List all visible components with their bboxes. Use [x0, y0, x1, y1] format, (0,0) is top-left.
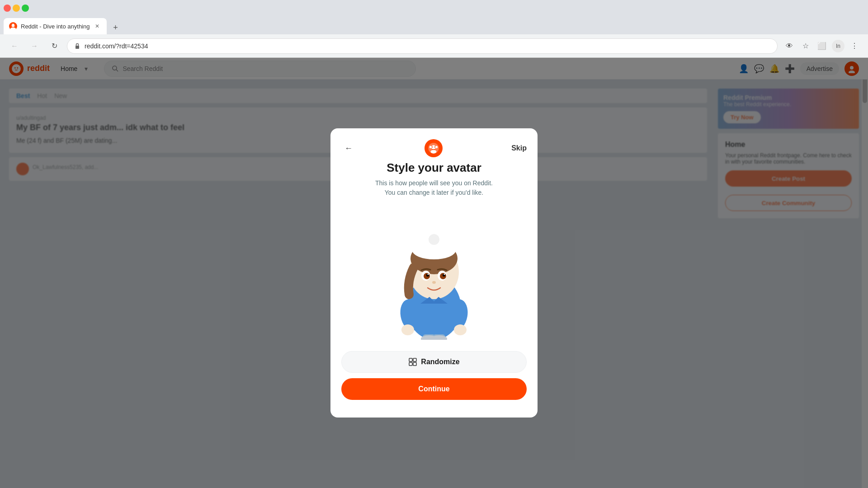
skip-button[interactable]: Skip	[511, 144, 527, 152]
svg-point-1	[11, 24, 14, 27]
randomize-button[interactable]: Randomize	[341, 351, 527, 373]
forward-button[interactable]: →	[27, 39, 42, 53]
avatar-preview	[366, 206, 502, 342]
svg-point-36	[444, 274, 445, 275]
avatar-svg	[371, 209, 497, 340]
tab-favicon	[9, 22, 17, 30]
reddit-page: reddit Home ▾ Search Reddit 👤 💬 🔔 ➕ Adve…	[0, 58, 868, 488]
bookmark-icon[interactable]: ☆	[799, 40, 812, 52]
title-bar	[0, 0, 868, 16]
address-right-icons: 👁 ☆ ⬜ In ⋮	[783, 40, 861, 52]
active-tab[interactable]: Reddit - Dive into anything ✕	[4, 18, 107, 34]
browser-frame: Reddit - Dive into anything ✕ + ← → ↻ re…	[0, 0, 868, 488]
svg-point-37	[432, 281, 436, 284]
back-button[interactable]: ←	[341, 141, 356, 155]
modal-overlay[interactable]: ← Skip	[0, 58, 868, 488]
new-tab-button[interactable]: +	[108, 21, 122, 34]
svg-rect-48	[409, 362, 412, 366]
url-bar[interactable]: reddit.com/?rdt=42534	[67, 38, 778, 54]
modal-subtitle: This is how people will see you on Reddi…	[375, 178, 493, 197]
modal-title: Style your avatar	[387, 161, 481, 175]
snoo-svg	[428, 142, 439, 154]
svg-rect-21	[433, 145, 434, 146]
svg-rect-49	[413, 362, 416, 366]
tab-bar: Reddit - Dive into anything ✕ +	[0, 16, 868, 34]
tab-title: Reddit - Dive into anything	[21, 23, 90, 30]
svg-point-4	[14, 24, 15, 25]
menu-icon[interactable]: ⋮	[848, 40, 861, 52]
svg-rect-47	[413, 358, 416, 361]
continue-button[interactable]: Continue	[341, 378, 527, 400]
back-button[interactable]: ←	[7, 39, 22, 53]
avatar-modal: ← Skip	[330, 128, 538, 418]
svg-point-35	[428, 274, 429, 275]
lock-icon	[74, 42, 81, 50]
url-text: reddit.com/?rdt=42534	[85, 42, 148, 50]
svg-point-28	[429, 234, 439, 245]
close-window-button[interactable]	[4, 5, 11, 12]
svg-point-18	[431, 150, 437, 154]
address-bar: ← → ↻ reddit.com/?rdt=42534 👁 ☆ ⬜ In ⋮	[0, 34, 868, 58]
randomize-icon	[408, 357, 417, 366]
svg-point-3	[11, 24, 12, 25]
minimize-window-button[interactable]	[13, 5, 20, 12]
modal-header: ← Skip	[341, 139, 527, 157]
svg-point-19	[429, 146, 432, 148]
eye-slash-icon[interactable]: 👁	[783, 40, 796, 52]
refresh-button[interactable]: ↻	[47, 39, 61, 53]
tab-close-button[interactable]: ✕	[93, 22, 101, 30]
svg-rect-5	[75, 46, 79, 49]
modal-snoo-icon	[425, 139, 443, 157]
svg-point-20	[435, 146, 438, 148]
extension-icon[interactable]: ⬜	[816, 40, 828, 52]
svg-rect-46	[409, 358, 412, 361]
svg-point-41	[454, 324, 467, 335]
maximize-window-button[interactable]	[22, 5, 29, 12]
profile-icon[interactable]: In	[832, 40, 844, 52]
svg-point-40	[401, 324, 414, 335]
